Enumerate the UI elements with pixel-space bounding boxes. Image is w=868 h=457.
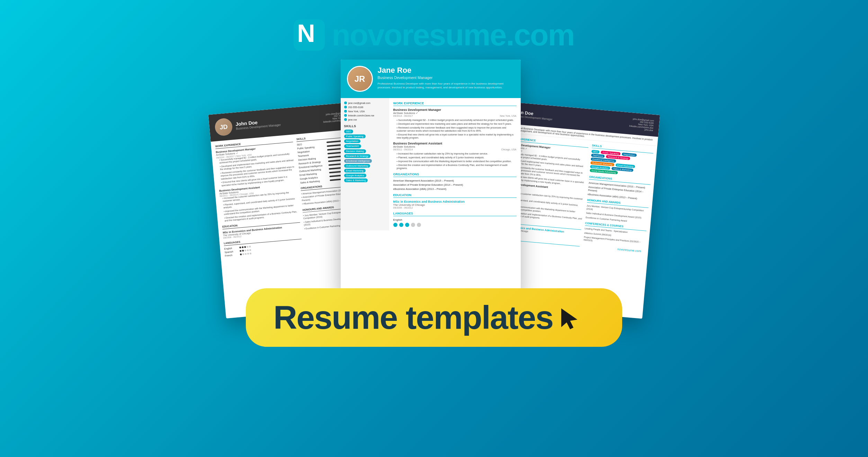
center-job-2-meta: 06/2011 - 09/2014 Chicago, USA [393, 148, 517, 151]
svg-text:N: N [297, 19, 315, 47]
center-job-2: Business Development Assistant AirState … [393, 142, 517, 170]
center-org-section-title: ORGANIZATIONS [393, 173, 517, 177]
center-skill-negotiation: Negotiation [344, 139, 360, 143]
resume-templates-text: Resume templates [274, 299, 553, 336]
center-skill-google: Google Analytics [344, 174, 366, 177]
center-job-2-title: Business Development Assistant [393, 142, 517, 145]
center-skill-emotional: Emotional Intelligence [344, 159, 372, 163]
right-card-right-col: SKILLS SEO Public Speaking Negotiation T… [582, 144, 654, 268]
center-sidebar: jane.roe@gmail.com 202-555-0166 New York… [341, 98, 389, 230]
resume-templates-blob: Resume templates [246, 288, 623, 347]
cursor-icon [560, 307, 581, 332]
center-card-summary: Professional Business Developer with mor… [378, 82, 514, 89]
center-card-title: Business Development Manager [378, 76, 514, 80]
center-card-body: jane.roe@gmail.com 202-555-0166 New York… [341, 98, 521, 230]
resume-card-center: JR Jane Roe Business Development Manager… [341, 60, 521, 295]
center-skills-title: SKILLS [344, 124, 386, 128]
center-contact-section: jane.roe@gmail.com 202-555-0166 New York… [344, 102, 386, 121]
center-card-name: Jane Roe [378, 66, 514, 75]
phone-icon [344, 106, 347, 108]
center-skill-teamwork: Teamwork✦ [344, 144, 361, 148]
right-skill-seo: SEO [591, 150, 599, 153]
center-skills-badges: SEO Public Speaking Negotiation Teamwork… [344, 130, 386, 183]
center-skill-public-speaking: Public Speaking [344, 134, 366, 138]
left-job-2: Business Development Assistant AirState … [219, 183, 299, 223]
left-card-left-col: WORK EXPERIENCE Business Development Man… [215, 138, 303, 258]
center-job-2-b4: Directed the creation and implementation… [397, 164, 517, 170]
center-job-1-title: Business Development Manager [393, 108, 517, 112]
center-main-content: WORK EXPERIENCE Business Development Man… [389, 98, 521, 230]
center-job-1-company: AirState Solutions ✓ [393, 112, 517, 115]
watermark-logo: novoresume.com [617, 247, 641, 253]
linkedin-icon [344, 114, 347, 117]
center-edu-school: The University of Chicago [393, 203, 517, 206]
center-website: jane.roe [344, 118, 386, 121]
center-job-1: Business Development Manager AirState So… [393, 108, 517, 140]
center-skill-decision: Decision Making [344, 149, 366, 153]
center-job-2-company: AirState Solutions [393, 145, 517, 148]
resume-cards-container: JD John Doe Business Development Manager… [0, 67, 868, 302]
left-card-header-info: John Doe Business Development Manager [235, 114, 320, 130]
center-job-2-b2: Planned, supervised, and coordinated dai… [397, 156, 517, 159]
center-card-avatar: JR [347, 66, 373, 92]
svg-marker-2 [562, 309, 576, 329]
left-job-1: Business Development Manager AirState So… [215, 144, 296, 187]
right-header-info: John Doe Business Development Manager [512, 109, 626, 128]
center-job-1-meta: 09/2014 - 06/2017 New York, USA [393, 115, 517, 117]
center-card-header: JR Jane Roe Business Development Manager… [341, 60, 521, 98]
center-org-1: American Management Association (2015 – … [393, 179, 517, 182]
brand-name: novoresume.com [332, 17, 574, 53]
center-edu-degree: MSc in Economics and Business Administra… [393, 200, 517, 203]
page-header: N novoresume.com [0, 0, 868, 53]
center-skill-outbound: Outbound Marketing [344, 164, 370, 168]
novoresume-logo-icon: N [294, 19, 325, 51]
center-skill-sales: Sales & Marketing [344, 178, 368, 182]
center-linkedin: linkedin.com/in/Jane.roe [344, 114, 386, 117]
right-card-contact: john.doe@gmail.com 292-333-9166 New York… [629, 117, 654, 132]
website-icon [344, 118, 347, 121]
center-lang-section-title: LANGUAGES [393, 212, 517, 216]
center-job-1-b4: Ensured that new clients will grow into … [397, 133, 517, 139]
center-skill-research: Research & Strategy [344, 154, 371, 158]
email-icon [344, 102, 347, 104]
location-icon [344, 110, 347, 113]
center-skill-seo: SEO [344, 130, 354, 133]
center-org-2: Association of Private Enterprise Educat… [393, 183, 517, 186]
center-job-1-b1: Successfully managed $2 - 3 million budg… [397, 118, 517, 122]
center-job-2-b1: Increased the customer satisfaction rate… [397, 152, 517, 155]
center-job-2-b3: Improved the communication with the Mark… [397, 160, 517, 163]
center-lang-english: English [393, 218, 517, 221]
center-skill-email: Email Marketing [344, 169, 366, 173]
center-card-header-info: Jane Roe Business Development Manager Pr… [378, 66, 514, 89]
center-phone: 202-555-0166 [344, 106, 386, 108]
center-job-1-b2: Developed and implemented new marketing … [397, 122, 517, 125]
center-lang-dots [393, 223, 517, 227]
bottom-section: Resume templates [0, 288, 868, 347]
center-email: jane.roe@gmail.com [344, 102, 386, 104]
right-skills-badges: SEO Public Speaking Negotiation Teamwork… [589, 150, 653, 178]
center-edu-date: 09/2008 - 06/2012 [393, 206, 517, 209]
left-job-1-icon: ✓ [235, 152, 238, 154]
center-org-3: eBusiness Association (eBA) (2013 – Pres… [393, 187, 517, 191]
center-job-1-b3: Reviewed constantly the customer feedbac… [397, 126, 517, 132]
center-location: New York, USA [344, 110, 386, 113]
center-work-section-title: WORK EXPERIENCE [393, 102, 517, 106]
center-edu-section-title: EDUCATION [393, 193, 517, 198]
left-card-avatar: JD [214, 118, 233, 137]
